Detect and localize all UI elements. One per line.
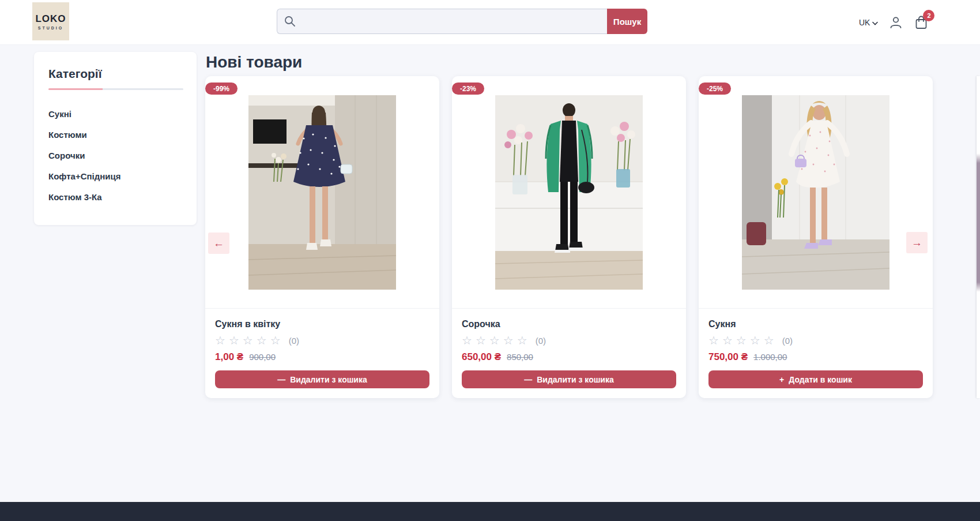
sidebar-item-sukni[interactable]: Сукні xyxy=(48,104,183,125)
rating-count: (0) xyxy=(289,336,299,346)
star-icons: ☆☆☆☆☆ xyxy=(215,335,284,346)
product-card: -23% Сорочка ☆☆☆☆☆ (0) 650,00 ₴ 850,00 —… xyxy=(452,76,686,398)
search-icon xyxy=(284,15,296,28)
minus-icon: — xyxy=(277,375,285,384)
current-price: 750,00 ₴ xyxy=(708,351,748,363)
product-info: Сорочка ☆☆☆☆☆ (0) 650,00 ₴ 850,00 — Вида… xyxy=(452,309,686,388)
search-input[interactable] xyxy=(277,9,607,34)
carousel-next-button[interactable]: → xyxy=(906,232,928,253)
product-card: -25% Сукня ☆☆☆☆☆ (0) 750,00 ₴ 1.000,00 +… xyxy=(699,76,933,398)
language-selector[interactable]: UK xyxy=(859,18,878,27)
rating-count: (0) xyxy=(536,336,546,346)
star-icons: ☆☆☆☆☆ xyxy=(708,335,778,346)
sidebar-title: Категорії xyxy=(48,67,183,81)
product-info: Сукня в квітку ☆☆☆☆☆ (0) 1,00 ₴ 900,00 —… xyxy=(205,309,439,388)
arrow-right-icon: → xyxy=(911,237,922,249)
cart-button-label: Додати в кошик xyxy=(789,375,852,384)
product-image[interactable] xyxy=(452,76,686,309)
star-icons: ☆☆☆☆☆ xyxy=(462,335,531,346)
sidebar-divider xyxy=(48,88,183,90)
next-card-sliver xyxy=(977,76,980,398)
categories-sidebar: Категорії Сукні Костюми Сорочки Кофта+Сп… xyxy=(34,52,197,225)
user-icon xyxy=(888,22,903,32)
cart-button[interactable]: 2 xyxy=(914,15,929,30)
logo-text: LOKO xyxy=(35,13,66,25)
discount-badge: -25% xyxy=(699,83,731,95)
product-card: -99% Сукня в квітку ☆☆☆☆☆ (0) 1,00 ₴ 900… xyxy=(205,76,439,398)
cart-button-label: Видалити з кошика xyxy=(290,375,367,384)
page-title: Нові товари xyxy=(206,53,302,72)
product-rating: ☆☆☆☆☆ (0) xyxy=(708,335,923,346)
shopping-bag-icon xyxy=(914,22,929,32)
plus-icon: + xyxy=(779,375,784,384)
search-button[interactable]: Пошук xyxy=(607,9,647,34)
header-actions: UK 2 xyxy=(859,0,929,45)
logo-subtext: STUDIO xyxy=(38,26,63,30)
sidebar-item-kostyumy[interactable]: Костюми xyxy=(48,125,183,145)
logo[interactable]: LOKO STUDIO xyxy=(32,2,69,40)
old-price: 1.000,00 xyxy=(753,352,787,362)
product-rating: ☆☆☆☆☆ (0) xyxy=(462,335,676,346)
current-price: 650,00 ₴ xyxy=(462,351,501,363)
category-list: Сукні Костюми Сорочки Кофта+Спідниця Кос… xyxy=(48,104,183,208)
product-title[interactable]: Сукня xyxy=(708,319,923,329)
product-rating: ☆☆☆☆☆ (0) xyxy=(215,335,429,346)
price-row: 750,00 ₴ 1.000,00 xyxy=(708,351,923,363)
product-info: Сукня ☆☆☆☆☆ (0) 750,00 ₴ 1.000,00 + Дода… xyxy=(699,309,933,388)
chevron-down-icon xyxy=(872,18,878,27)
add-to-cart-button[interactable]: + Додати в кошик xyxy=(708,370,923,388)
page: LOKO STUDIO Пошук UK xyxy=(0,0,980,521)
old-price: 900,00 xyxy=(249,352,276,362)
old-price: 850,00 xyxy=(507,352,533,362)
sidebar-item-kofta-spidnytsya[interactable]: Кофта+Спідниця xyxy=(48,166,183,187)
discount-badge: -99% xyxy=(205,83,238,95)
price-row: 1,00 ₴ 900,00 xyxy=(215,351,429,363)
arrow-left-icon: ← xyxy=(213,237,224,250)
search-bar: Пошук xyxy=(277,9,647,34)
product-image[interactable] xyxy=(205,76,439,309)
header: LOKO STUDIO Пошук UK xyxy=(0,0,980,45)
discount-badge: -23% xyxy=(452,83,484,95)
user-account-button[interactable] xyxy=(888,15,903,30)
minus-icon: — xyxy=(524,375,532,384)
current-price: 1,00 ₴ xyxy=(215,351,243,363)
remove-from-cart-button[interactable]: — Видалити з кошика xyxy=(462,370,676,388)
sidebar-item-kostyum-3ka[interactable]: Костюм 3-Ка xyxy=(48,187,183,208)
sidebar-item-sorochky[interactable]: Сорочки xyxy=(48,145,183,166)
rating-count: (0) xyxy=(782,336,793,346)
carousel-prev-button[interactable]: ← xyxy=(208,233,229,254)
price-row: 650,00 ₴ 850,00 xyxy=(462,351,676,363)
footer xyxy=(0,502,980,521)
cart-button-label: Видалити з кошика xyxy=(537,375,614,384)
remove-from-cart-button[interactable]: — Видалити з кошика xyxy=(215,370,429,388)
product-title[interactable]: Сорочка xyxy=(462,319,676,329)
language-label: UK xyxy=(859,18,870,27)
cart-count-badge: 2 xyxy=(923,10,934,21)
product-title[interactable]: Сукня в квітку xyxy=(215,319,429,329)
product-image[interactable] xyxy=(699,76,933,309)
